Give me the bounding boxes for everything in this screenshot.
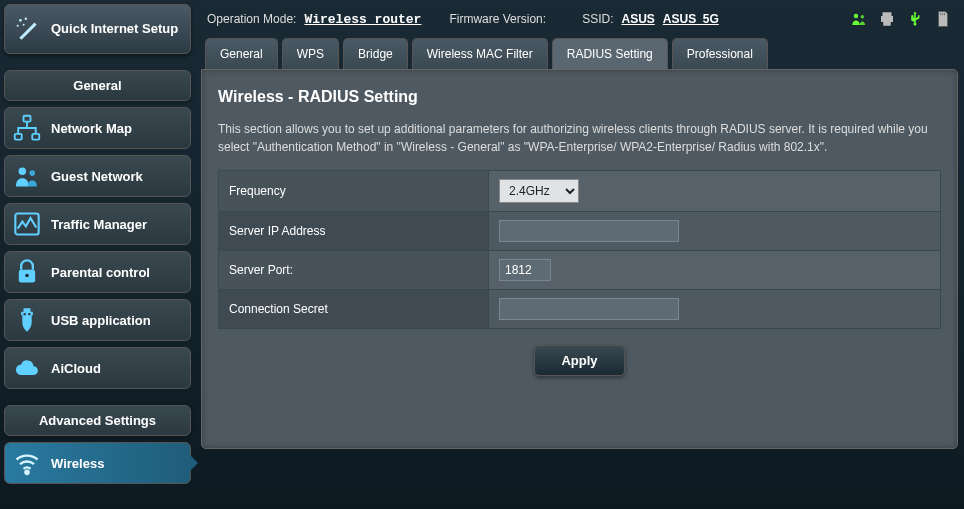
tab-general[interactable]: General (205, 38, 278, 69)
sidebar-item-label: USB application (51, 313, 151, 328)
svg-point-8 (29, 170, 35, 176)
apply-button[interactable]: Apply (534, 345, 624, 376)
svg-point-3 (23, 24, 25, 26)
printer-icon[interactable] (878, 10, 896, 28)
svg-point-12 (25, 471, 28, 474)
tab-radius-setting[interactable]: RADIUS Setting (552, 38, 668, 69)
main-panel: Wireless - RADIUS Setting This section a… (201, 69, 958, 449)
qis-label: Quick Internet Setup (51, 21, 178, 37)
page-description: This section allows you to set up additi… (218, 120, 941, 156)
server-port-input[interactable] (499, 259, 551, 281)
sidebar-item-traffic-manager[interactable]: Traffic Manager (4, 203, 191, 245)
sidebar-item-guest-network[interactable]: Guest Network (4, 155, 191, 197)
users-icon[interactable] (850, 10, 868, 28)
section-header-general: General (4, 70, 191, 101)
connection-secret-label: Connection Secret (219, 290, 489, 329)
network-map-icon (13, 114, 41, 142)
sidebar-item-label: AiCloud (51, 361, 101, 376)
operation-mode-label: Operation Mode: (207, 12, 296, 26)
svg-point-13 (854, 14, 859, 19)
ssid-label: SSID: (582, 12, 613, 26)
server-port-label: Server Port: (219, 251, 489, 290)
svg-rect-4 (24, 116, 31, 122)
traffic-manager-icon (13, 210, 41, 238)
svg-rect-5 (15, 134, 22, 140)
sidebar-item-label: Network Map (51, 121, 132, 136)
svg-rect-6 (32, 134, 39, 140)
server-ip-label: Server IP Address (219, 212, 489, 251)
svg-point-1 (25, 18, 27, 20)
tabs: General WPS Bridge Wireless MAC Filter R… (201, 38, 958, 69)
guest-network-icon (13, 162, 41, 190)
operation-mode-value[interactable]: Wireless router (304, 12, 421, 27)
wand-icon (15, 16, 41, 42)
sidebar-item-usb-application[interactable]: USB application (4, 299, 191, 341)
sidebar-item-parental-control[interactable]: Parental control (4, 251, 191, 293)
svg-point-7 (19, 168, 26, 175)
parental-control-icon (13, 258, 41, 286)
sidebar-item-wireless[interactable]: Wireless (4, 442, 191, 484)
svg-point-14 (861, 15, 864, 18)
svg-point-2 (17, 25, 19, 27)
frequency-select[interactable]: 2.4GHz (499, 179, 579, 203)
page-title: Wireless - RADIUS Setting (218, 88, 941, 106)
sidebar-item-aicloud[interactable]: AiCloud (4, 347, 191, 389)
sidebar-item-network-map[interactable]: Network Map (4, 107, 191, 149)
svg-point-0 (19, 19, 22, 22)
usb-icon[interactable] (906, 10, 924, 28)
sidebar-item-label: Wireless (51, 456, 104, 471)
svg-point-11 (25, 274, 29, 278)
sidebar-item-label: Parental control (51, 265, 150, 280)
wireless-icon (13, 449, 41, 477)
connection-secret-input[interactable] (499, 298, 679, 320)
sidebar-item-label: Traffic Manager (51, 217, 147, 232)
aicloud-icon (13, 354, 41, 382)
server-ip-input[interactable] (499, 220, 679, 242)
tab-professional[interactable]: Professional (672, 38, 768, 69)
status-bar: Operation Mode: Wireless router Firmware… (201, 4, 958, 38)
usb-app-icon (13, 306, 41, 334)
quick-internet-setup-button[interactable]: Quick Internet Setup (4, 4, 191, 54)
sdcard-icon[interactable] (934, 10, 952, 28)
ssid-value-1[interactable]: ASUS (621, 12, 654, 26)
settings-table: Frequency 2.4GHz Server IP Address Serve… (218, 170, 941, 329)
sidebar-item-label: Guest Network (51, 169, 143, 184)
frequency-label: Frequency (219, 171, 489, 212)
section-header-advanced: Advanced Settings (4, 405, 191, 436)
tab-wireless-mac-filter[interactable]: Wireless MAC Filter (412, 38, 548, 69)
tab-wps[interactable]: WPS (282, 38, 339, 69)
ssid-value-2[interactable]: ASUS_5G (663, 12, 719, 26)
tab-bridge[interactable]: Bridge (343, 38, 408, 69)
firmware-version-label: Firmware Version: (449, 12, 546, 26)
